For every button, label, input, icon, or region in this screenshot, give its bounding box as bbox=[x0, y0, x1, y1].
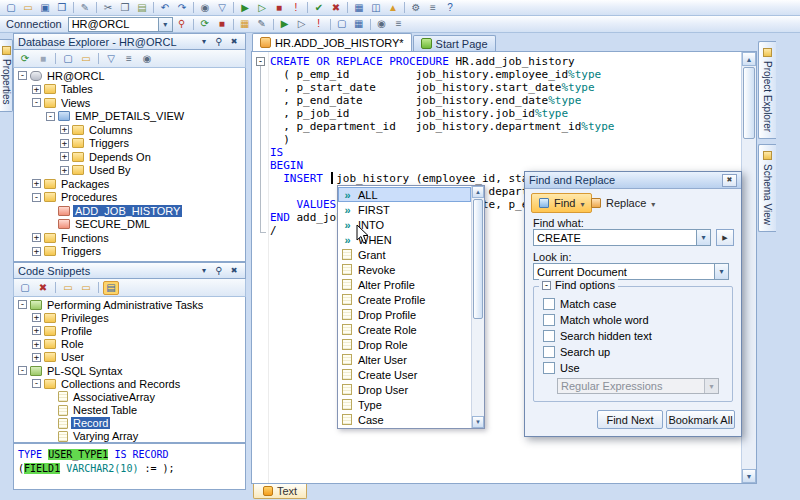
tree-expander-icon[interactable]: - bbox=[18, 71, 27, 80]
tab-schema-view[interactable]: Schema View bbox=[758, 144, 776, 232]
tree-item-columns[interactable]: +Columns bbox=[14, 123, 245, 137]
paste-icon[interactable]: ▤ bbox=[134, 1, 150, 15]
option-search-up[interactable]: Search up bbox=[543, 346, 610, 358]
option-search-hidden-text[interactable]: Search hidden text bbox=[543, 330, 652, 342]
outline-icon[interactable]: ≡ bbox=[425, 1, 441, 15]
tree-expander-icon[interactable]: + bbox=[32, 233, 41, 242]
autocomplete-item-first[interactable]: FIRST bbox=[338, 202, 471, 217]
chevron-down-icon[interactable] bbox=[696, 230, 710, 245]
tree-item-hr-orcl[interactable]: -HR@ORCL bbox=[14, 69, 245, 83]
tree-item-packages[interactable]: +Packages bbox=[14, 177, 245, 191]
code-snippets-tree[interactable]: -Performing Administrative Tasks+Privile… bbox=[13, 297, 246, 443]
connection-combobox[interactable]: HR@ORCL bbox=[68, 17, 173, 32]
tree-item-views[interactable]: -Views bbox=[14, 96, 245, 110]
checkbox[interactable] bbox=[543, 330, 555, 342]
results-grid-icon[interactable]: ▦ bbox=[351, 17, 367, 31]
open-object-icon[interactable]: ▭ bbox=[78, 52, 94, 66]
redo-icon[interactable]: ↷ bbox=[174, 1, 190, 15]
tree-expander-icon[interactable]: + bbox=[60, 125, 69, 134]
chevron-down-icon[interactable] bbox=[158, 18, 172, 31]
tree-expander-icon[interactable]: + bbox=[32, 353, 41, 362]
delete-snippet-icon[interactable]: ✖ bbox=[35, 281, 51, 295]
tree-item-collections-and-records[interactable]: -Collections and Records bbox=[14, 377, 245, 390]
new-sql-icon[interactable]: ✎ bbox=[77, 1, 93, 15]
tree-item-used-by[interactable]: +Used By bbox=[14, 164, 245, 178]
view-mode-icon[interactable]: ▤ bbox=[103, 281, 119, 295]
tab-hr-add-job-history[interactable]: HR.ADD_JOB_HISTORY* bbox=[252, 33, 412, 51]
autocomplete-item-alter-profile[interactable]: Alter Profile bbox=[338, 277, 471, 292]
pin-icon[interactable]: ⚲ bbox=[174, 17, 190, 31]
settings-icon[interactable]: ⚙ bbox=[408, 1, 424, 15]
tree-item-triggers[interactable]: +Triggers bbox=[14, 245, 245, 259]
tree-expander-icon[interactable]: - bbox=[32, 379, 41, 388]
tree-item-procedures[interactable]: -Procedures bbox=[14, 191, 245, 205]
copy-icon[interactable]: ❐ bbox=[117, 1, 133, 15]
tab-start-page[interactable]: Start Page bbox=[413, 35, 496, 51]
edit-connection-icon[interactable]: ✎ bbox=[254, 17, 270, 31]
window-menu-icon[interactable] bbox=[197, 36, 211, 48]
list-icon[interactable]: ≡ bbox=[391, 17, 407, 31]
tree-expander-icon[interactable]: + bbox=[32, 85, 41, 94]
tree-item-performing-administrative-tasks[interactable]: -Performing Administrative Tasks bbox=[14, 298, 245, 311]
checkbox[interactable] bbox=[543, 314, 555, 326]
commit-icon[interactable]: ✔ bbox=[311, 1, 327, 15]
tab-text-view[interactable]: Text bbox=[253, 484, 307, 499]
execute-icon[interactable]: ▶ bbox=[237, 1, 253, 15]
tree-expander-icon[interactable]: + bbox=[32, 326, 41, 335]
scroll-up-icon[interactable]: ▲ bbox=[742, 52, 756, 66]
autocomplete-item-grant[interactable]: Grant bbox=[338, 247, 471, 262]
tree-expander-icon[interactable]: - bbox=[32, 193, 41, 202]
tree-item-nested-table[interactable]: Nested Table bbox=[14, 404, 245, 417]
find-next-button[interactable]: Find Next bbox=[597, 410, 663, 429]
tree-expander-icon[interactable]: + bbox=[32, 313, 41, 322]
error-list-icon[interactable]: ! bbox=[288, 1, 304, 15]
autocomplete-item-alter-user[interactable]: Alter User bbox=[338, 352, 471, 367]
table-icon[interactable]: ▦ bbox=[351, 1, 367, 15]
scroll-up-icon[interactable]: ▲ bbox=[472, 186, 484, 198]
tree-item-triggers[interactable]: +Triggers bbox=[14, 137, 245, 151]
find-what-combobox[interactable]: CREATE bbox=[533, 229, 711, 246]
autocomplete-scrollbar[interactable]: ▲ ▼ bbox=[471, 186, 484, 428]
execute-script-icon[interactable]: ▷ bbox=[254, 1, 270, 15]
tree-expander-icon[interactable]: + bbox=[32, 340, 41, 349]
validate-icon[interactable]: ! bbox=[311, 17, 327, 31]
checkbox[interactable] bbox=[543, 298, 555, 310]
option-match-whole-word[interactable]: Match whole word bbox=[543, 314, 649, 326]
debug-icon[interactable]: ▷ bbox=[294, 17, 310, 31]
tree-item-associativearray[interactable]: AssociativeArray bbox=[14, 390, 245, 403]
tree-expander-icon[interactable]: + bbox=[32, 247, 41, 256]
refresh-icon[interactable]: ⟳ bbox=[17, 52, 33, 66]
tree-item-functions[interactable]: +Functions bbox=[14, 231, 245, 245]
tree-expander-icon[interactable]: + bbox=[60, 152, 69, 161]
filter-icon[interactable]: ▽ bbox=[103, 52, 119, 66]
filter-icon[interactable]: ▽ bbox=[214, 1, 230, 15]
document-icon[interactable]: ▢ bbox=[334, 17, 350, 31]
tab-properties[interactable]: Properties bbox=[0, 39, 13, 112]
autocomplete-list[interactable]: ALLFIRSTINTOWHENGrantRevokeAlter Profile… bbox=[338, 186, 471, 428]
new-file-icon[interactable]: ▢ bbox=[3, 1, 19, 15]
refresh-icon[interactable]: ⟳ bbox=[197, 17, 213, 31]
new-snippet-icon[interactable]: ▢ bbox=[17, 281, 33, 295]
editor-vertical-scrollbar[interactable]: ▲ ▼ bbox=[741, 52, 756, 483]
expression-builder-button[interactable] bbox=[716, 229, 734, 246]
tree-expander-icon[interactable]: - bbox=[18, 366, 27, 375]
tree-item-role[interactable]: +Role bbox=[14, 338, 245, 351]
pin-icon[interactable] bbox=[212, 36, 226, 48]
close-icon[interactable] bbox=[722, 174, 737, 187]
scrollbar-thumb[interactable] bbox=[473, 199, 483, 319]
chevron-down-icon[interactable] bbox=[651, 197, 655, 209]
scroll-down-icon[interactable]: ▼ bbox=[472, 416, 484, 428]
option-match-case[interactable]: Match case bbox=[543, 298, 616, 310]
properties-icon[interactable]: ≡ bbox=[121, 52, 137, 66]
chart-icon[interactable]: ▲ bbox=[385, 1, 401, 15]
autocomplete-item-create-user[interactable]: Create User bbox=[338, 367, 471, 382]
tree-item-pl-sql-syntax[interactable]: -PL-SQL Syntax bbox=[14, 364, 245, 377]
tree-item-privileges[interactable]: +Privileges bbox=[14, 311, 245, 324]
tree-item-varying-array[interactable]: Varying Array bbox=[14, 430, 245, 443]
tree-expander-icon[interactable]: + bbox=[60, 166, 69, 175]
execute-current-icon[interactable]: ▶ bbox=[277, 17, 293, 31]
bookmark-all-button[interactable]: Bookmark All bbox=[666, 410, 735, 429]
find-icon[interactable]: ◉ bbox=[197, 1, 213, 15]
autocomplete-item-drop-role[interactable]: Drop Role bbox=[338, 337, 471, 352]
scroll-down-icon[interactable]: ▼ bbox=[742, 469, 756, 483]
